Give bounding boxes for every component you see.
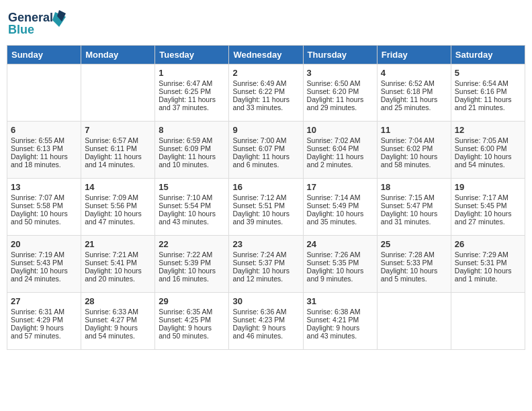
sunset-label: Sunset: 5:37 PM: [232, 259, 285, 267]
sunset-label: Sunset: 6:09 PM: [159, 144, 211, 152]
daylight-label: Daylight: 11 hours and 33 minutes.: [232, 95, 290, 111]
day-cell-15: 15 Sunrise: 7:10 AM Sunset: 5:54 PM Dayl…: [155, 179, 229, 236]
day-cell-23: 23 Sunrise: 7:24 AM Sunset: 5:37 PM Dayl…: [229, 236, 303, 293]
sunset-label: Sunset: 5:33 PM: [381, 259, 433, 267]
day-number: 31: [307, 296, 373, 306]
sunset-label: Sunset: 6:25 PM: [159, 87, 211, 95]
day-cell-26: 26 Sunrise: 7:29 AM Sunset: 5:31 PM Dayl…: [451, 236, 525, 293]
day-number: 10: [307, 125, 373, 135]
week-row-2: 6 Sunrise: 6:55 AM Sunset: 6:13 PM Dayli…: [7, 122, 525, 179]
day-number: 5: [455, 68, 521, 78]
day-number: 18: [381, 182, 447, 192]
sunset-label: Sunset: 5:41 PM: [85, 259, 137, 267]
daylight-label: Daylight: 9 hours and 46 minutes.: [232, 324, 285, 340]
sunset-label: Sunset: 5:35 PM: [307, 259, 359, 267]
calendar-table: SundayMondayTuesdayWednesdayThursdayFrid…: [7, 45, 525, 350]
sunrise-label: Sunrise: 7:28 AM: [381, 250, 435, 259]
day-number: 16: [232, 182, 299, 192]
header-row: SundayMondayTuesdayWednesdayThursdayFrid…: [7, 46, 525, 64]
daylight-label: Daylight: 10 hours and 31 minutes.: [381, 210, 438, 226]
sunrise-label: Sunrise: 7:07 AM: [11, 193, 64, 201]
sunrise-label: Sunrise: 6:50 AM: [307, 79, 361, 87]
sunset-label: Sunset: 5:54 PM: [159, 201, 211, 210]
daylight-label: Daylight: 10 hours and 5 minutes.: [381, 267, 438, 283]
sunset-label: Sunset: 6:18 PM: [381, 87, 433, 95]
sunrise-label: Sunrise: 7:22 AM: [159, 250, 212, 259]
sunrise-label: Sunrise: 7:19 AM: [11, 250, 64, 259]
sunrise-label: Sunrise: 7:05 AM: [455, 136, 508, 144]
day-cell-4: 4 Sunrise: 6:52 AM Sunset: 6:18 PM Dayli…: [377, 64, 451, 122]
day-number: 2: [232, 68, 299, 78]
day-cell-25: 25 Sunrise: 7:28 AM Sunset: 5:33 PM Dayl…: [377, 236, 451, 293]
day-number: 8: [159, 125, 225, 135]
day-cell-7: 7 Sunrise: 6:57 AM Sunset: 6:11 PM Dayli…: [81, 122, 155, 179]
day-number: 25: [381, 239, 447, 249]
sunrise-label: Sunrise: 7:24 AM: [232, 250, 286, 259]
day-cell-6: 6 Sunrise: 6:55 AM Sunset: 6:13 PM Dayli…: [7, 122, 81, 179]
day-number: 23: [232, 239, 299, 249]
day-cell-8: 8 Sunrise: 6:59 AM Sunset: 6:09 PM Dayli…: [155, 122, 229, 179]
sunrise-label: Sunrise: 7:14 AM: [307, 193, 361, 201]
day-number: 7: [85, 125, 151, 135]
day-cell-2: 2 Sunrise: 6:49 AM Sunset: 6:22 PM Dayli…: [229, 64, 303, 122]
sunset-label: Sunset: 5:56 PM: [85, 201, 137, 210]
svg-text:Blue: Blue: [8, 23, 34, 36]
day-number: 20: [11, 239, 77, 249]
day-cell-11: 11 Sunrise: 7:04 AM Sunset: 6:02 PM Dayl…: [377, 122, 451, 179]
sunrise-label: Sunrise: 6:57 AM: [85, 136, 138, 144]
day-number: 26: [455, 239, 521, 249]
empty-cell: [7, 64, 81, 122]
sunrise-label: Sunrise: 6:49 AM: [232, 79, 286, 87]
day-cell-28: 28 Sunrise: 6:33 AM Sunset: 4:27 PM Dayl…: [81, 293, 155, 350]
sunrise-label: Sunrise: 7:12 AM: [232, 193, 286, 201]
daylight-label: Daylight: 11 hours and 18 minutes.: [11, 152, 68, 169]
daylight-label: Daylight: 10 hours and 50 minutes.: [11, 210, 68, 226]
svg-text:General: General: [8, 11, 53, 24]
sunrise-label: Sunrise: 7:17 AM: [455, 193, 508, 201]
sunrise-label: Sunrise: 6:38 AM: [307, 308, 361, 316]
sunrise-label: Sunrise: 6:33 AM: [85, 308, 138, 316]
sunset-label: Sunset: 6:20 PM: [307, 87, 359, 95]
sunset-label: Sunset: 5:58 PM: [11, 201, 63, 210]
sunset-label: Sunset: 5:31 PM: [455, 259, 507, 267]
sunrise-label: Sunrise: 7:02 AM: [307, 136, 361, 144]
day-cell-17: 17 Sunrise: 7:14 AM Sunset: 5:49 PM Dayl…: [303, 179, 377, 236]
sunset-label: Sunset: 6:16 PM: [455, 87, 507, 95]
sunset-label: Sunset: 6:04 PM: [307, 144, 359, 152]
day-number: 22: [159, 239, 225, 249]
sunset-label: Sunset: 6:13 PM: [11, 144, 63, 152]
sunset-label: Sunset: 5:47 PM: [381, 201, 433, 210]
day-number: 27: [11, 296, 77, 306]
day-cell-9: 9 Sunrise: 7:00 AM Sunset: 6:07 PM Dayli…: [229, 122, 303, 179]
sunset-label: Sunset: 5:51 PM: [232, 201, 285, 210]
daylight-label: Daylight: 10 hours and 12 minutes.: [232, 267, 290, 283]
day-header-wednesday: Wednesday: [229, 46, 303, 64]
day-cell-22: 22 Sunrise: 7:22 AM Sunset: 5:39 PM Dayl…: [155, 236, 229, 293]
sunset-label: Sunset: 5:45 PM: [455, 201, 507, 210]
day-number: 12: [455, 125, 521, 135]
sunset-label: Sunset: 5:43 PM: [11, 259, 63, 267]
day-cell-27: 27 Sunrise: 6:31 AM Sunset: 4:29 PM Dayl…: [7, 293, 81, 350]
day-cell-19: 19 Sunrise: 7:17 AM Sunset: 5:45 PM Dayl…: [451, 179, 525, 236]
day-number: 30: [232, 296, 299, 306]
day-cell-12: 12 Sunrise: 7:05 AM Sunset: 6:00 PM Dayl…: [451, 122, 525, 179]
sunrise-label: Sunrise: 7:00 AM: [232, 136, 286, 144]
day-cell-5: 5 Sunrise: 6:54 AM Sunset: 6:16 PM Dayli…: [451, 64, 525, 122]
empty-cell: [81, 64, 155, 122]
sunset-label: Sunset: 6:00 PM: [455, 144, 507, 152]
daylight-label: Daylight: 11 hours and 29 minutes.: [307, 95, 364, 111]
day-number: 21: [85, 239, 151, 249]
day-cell-1: 1 Sunrise: 6:47 AM Sunset: 6:25 PM Dayli…: [155, 64, 229, 122]
day-cell-10: 10 Sunrise: 7:02 AM Sunset: 6:04 PM Dayl…: [303, 122, 377, 179]
daylight-label: Daylight: 11 hours and 21 minutes.: [455, 95, 512, 111]
sunrise-label: Sunrise: 6:54 AM: [455, 79, 508, 87]
daylight-label: Daylight: 9 hours and 50 minutes.: [159, 324, 212, 340]
day-number: 24: [307, 239, 373, 249]
logo: General Blue: [7, 7, 67, 40]
day-number: 17: [307, 182, 373, 192]
daylight-label: Daylight: 10 hours and 1 minute.: [455, 267, 512, 283]
day-header-friday: Friday: [377, 46, 451, 64]
sunrise-label: Sunrise: 7:10 AM: [159, 193, 212, 201]
sunset-label: Sunset: 5:39 PM: [159, 259, 211, 267]
day-number: 15: [159, 182, 225, 192]
